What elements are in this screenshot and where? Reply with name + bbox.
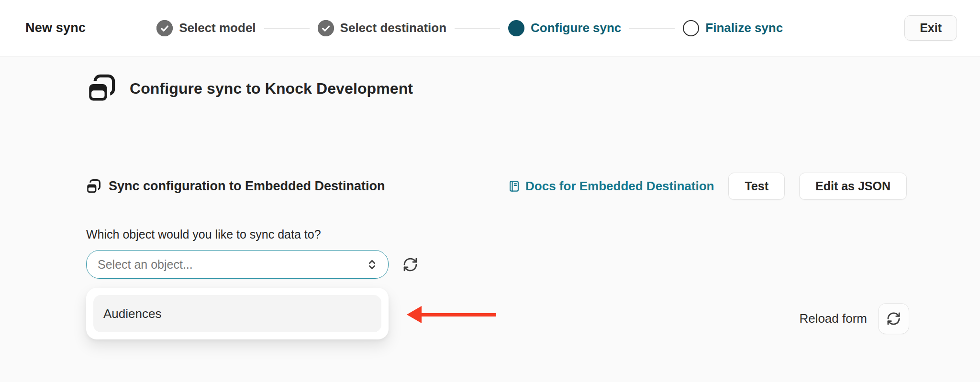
red-left-arrow	[407, 306, 496, 323]
arrow-shaft	[422, 313, 496, 317]
wizard-header: New sync Select model Select destination	[0, 0, 980, 56]
stepper: Select model Select destination Configur…	[156, 20, 783, 36]
page-heading-row: Configure sync to Knock Development	[85, 73, 413, 104]
arrow-head	[407, 306, 422, 323]
step-label: Finalize sync	[705, 21, 783, 35]
check-circle-icon	[156, 20, 173, 36]
reload-form-button[interactable]	[878, 303, 909, 334]
exit-button[interactable]: Exit	[904, 15, 957, 41]
object-dropdown-menu: Audiences	[86, 288, 389, 339]
test-button[interactable]: Test	[728, 173, 785, 200]
docs-link-label: Docs for Embedded Destination	[525, 179, 714, 194]
section-heading: Sync configuration to Embedded Destinati…	[109, 179, 385, 194]
edit-as-json-button[interactable]: Edit as JSON	[799, 173, 907, 200]
section-actions: Docs for Embedded Destination Test Edit …	[508, 173, 907, 200]
step-label: Select model	[179, 21, 256, 35]
step-label: Select destination	[340, 21, 447, 35]
step-select-model[interactable]: Select model	[156, 20, 256, 36]
step-label: Configure sync	[531, 21, 621, 35]
configure-sync-heading: Configure sync to Knock Development	[130, 80, 413, 98]
main-content: Configure sync to Knock Development Sync…	[0, 57, 980, 382]
check-circle-icon	[318, 20, 334, 36]
reload-form-group: Reload form	[799, 303, 909, 334]
reload-form-label: Reload form	[799, 311, 867, 326]
step-connector	[455, 28, 500, 29]
dropdown-option-audiences[interactable]: Audiences	[93, 295, 381, 332]
empty-step-circle-icon	[683, 20, 699, 36]
sync-config-section-header: Sync configuration to Embedded Destinati…	[85, 173, 907, 200]
page-title: New sync	[25, 21, 86, 35]
step-connector	[629, 28, 675, 29]
step-select-destination[interactable]: Select destination	[318, 20, 447, 36]
window-stack-icon	[85, 178, 101, 195]
object-select[interactable]: Select an object...	[86, 250, 389, 279]
refresh-objects-button[interactable]	[402, 257, 418, 273]
step-finalize-sync[interactable]: Finalize sync	[683, 20, 783, 36]
refresh-icon	[402, 257, 418, 273]
object-question-label: Which object would you like to sync data…	[86, 228, 321, 241]
chevron-up-down-icon	[366, 258, 379, 271]
refresh-icon	[886, 311, 901, 326]
section-title-group: Sync configuration to Embedded Destinati…	[85, 178, 385, 195]
active-step-dot-icon	[508, 20, 524, 36]
step-configure-sync[interactable]: Configure sync	[508, 20, 621, 36]
step-connector	[264, 28, 310, 29]
docs-link[interactable]: Docs for Embedded Destination	[508, 179, 714, 194]
book-icon	[508, 180, 521, 193]
sync-wizard-page: New sync Select model Select destination	[0, 0, 980, 382]
window-stack-icon	[85, 73, 117, 104]
select-placeholder: Select an object...	[98, 258, 193, 272]
